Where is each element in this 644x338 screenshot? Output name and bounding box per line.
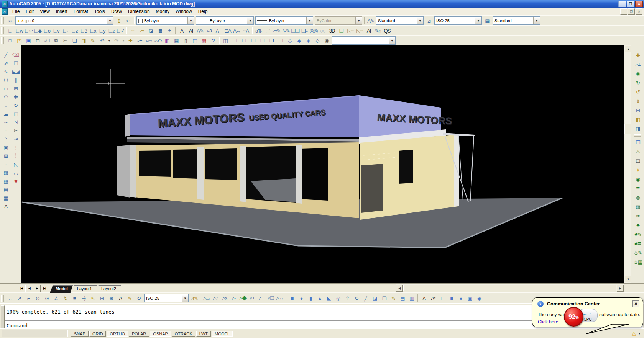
mirror-icon[interactable]: ◣◢: [11, 67, 21, 76]
dim-style-icon[interactable]: ⊿: [424, 16, 434, 25]
linetype-dropdown-arrow[interactable]: ▼: [247, 17, 253, 24]
circle-icon[interactable]: ○: [1, 101, 11, 109]
center-mark-icon[interactable]: ⊕: [107, 294, 116, 302]
open-icon[interactable]: ◰: [15, 36, 24, 45]
zoom-extents-icon[interactable]: ⌕↔: [275, 294, 284, 302]
3d-zoom-icon[interactable]: ⌕±: [632, 60, 643, 69]
minimize-button[interactable]: –: [618, 1, 626, 7]
3d-wireframe-icon[interactable]: A*: [429, 294, 438, 302]
coordinate-display[interactable]: [2, 330, 68, 337]
flat-shaded-icon[interactable]: ■: [447, 294, 456, 302]
section-icon[interactable]: ◪: [370, 294, 380, 302]
color-control-combobox[interactable]: ByLayer ▼: [136, 16, 194, 25]
landscape-new-icon[interactable]: ♣: [632, 220, 643, 230]
ne-isometric-icon[interactable]: ◈: [304, 36, 313, 45]
designcenter-icon[interactable]: ▦: [172, 36, 181, 45]
zoom-previous-icon[interactable]: ⌕↶: [153, 36, 163, 45]
scale-icon[interactable]: ◱: [11, 109, 21, 118]
landscape-edit-icon[interactable]: ♣✎: [632, 230, 643, 239]
toolbar-grip[interactable]: [12, 47, 19, 49]
layer-combobox[interactable]: ●☀▮□ 0 ▼: [15, 16, 113, 25]
horizontal-scrollbar[interactable]: ◀ ▶: [396, 284, 624, 291]
model-toggle[interactable]: MODEL: [212, 331, 233, 337]
erase-icon[interactable]: ⌫: [11, 51, 21, 59]
first-tab-button[interactable]: |◀: [18, 285, 25, 292]
mdi-minimize-button[interactable]: –: [620, 8, 627, 15]
justify-text-icon[interactable]: A↔: [232, 26, 242, 35]
toolbar-grip[interactable]: [1, 27, 4, 34]
apply-ucs-icon[interactable]: ∟✓: [116, 26, 125, 35]
mdi-restore-button[interactable]: ❐: [628, 8, 635, 15]
named-view-dropdown-arrow[interactable]: ▼: [389, 37, 395, 44]
menu-file[interactable]: File: [9, 8, 23, 15]
mdi-close-button[interactable]: ✕: [636, 8, 642, 15]
line-icon[interactable]: ╱: [1, 51, 11, 59]
ortho-toggle[interactable]: ORTHO: [107, 331, 128, 337]
vertical-scroll-thumb[interactable]: [624, 124, 631, 134]
move-icon[interactable]: ✚: [11, 93, 21, 101]
cut-icon[interactable]: ✂: [61, 36, 70, 45]
offset-icon[interactable]: ∥: [11, 76, 21, 84]
3d-continuous-orbit-icon[interactable]: ↻: [632, 78, 643, 87]
quick-leader-icon[interactable]: ↖: [88, 294, 97, 302]
table-style-icon[interactable]: ▦: [483, 16, 492, 25]
zoom-all-icon[interactable]: ⌕▤: [266, 294, 275, 302]
ellipse-arc-icon[interactable]: ◝: [1, 135, 11, 143]
setup-view-icon[interactable]: ▤: [398, 294, 407, 302]
setup-profile-icon[interactable]: ▥: [407, 294, 416, 302]
next-tab-button[interactable]: ▶: [33, 285, 41, 292]
setup-ruler2-icon[interactable]: ◺┅: [355, 26, 364, 35]
construction-line-icon[interactable]: ⇗: [1, 59, 11, 67]
3d-orbit-icon[interactable]: ◉: [632, 69, 643, 78]
table-style-dropdown-arrow[interactable]: ▼: [533, 17, 540, 24]
mapping-icon[interactable]: ◍: [632, 193, 643, 202]
text-style-combobox[interactable]: Standard ▼: [376, 16, 424, 25]
point-icon[interactable]: ∙: [1, 160, 11, 168]
revision-cloud-icon[interactable]: ☁: [1, 109, 11, 118]
color-dropdown-arrow[interactable]: ▼: [187, 17, 194, 24]
edit-text-icon[interactable]: A✎: [196, 26, 205, 35]
make-block-icon[interactable]: ⊞: [1, 152, 11, 160]
3d-adjust-clip-planes-icon[interactable]: ⊟: [632, 106, 643, 115]
tab-layout1[interactable]: Layout1: [71, 285, 97, 293]
polygon-icon[interactable]: ⎔: [1, 76, 11, 84]
prev-tab-button[interactable]: ◀: [25, 285, 33, 292]
tool-palettes-icon[interactable]: ▯: [181, 36, 190, 45]
markup-set-manager-icon[interactable]: ▨: [199, 36, 209, 45]
menu-help[interactable]: Help: [195, 8, 211, 15]
zoom-scale-icon[interactable]: ⌕x: [220, 294, 229, 302]
menu-format[interactable]: Format: [71, 8, 91, 15]
command-window-grip[interactable]: [1, 305, 5, 328]
undo-dropdown[interactable]: ▾: [107, 36, 112, 45]
multiline-edit-icon[interactable]: ◌◌: [318, 26, 327, 35]
origin-ucs-icon[interactable]: ∟·: [61, 26, 70, 35]
paste-icon[interactable]: ◨: [79, 36, 88, 45]
front-view-icon[interactable]: ❒: [267, 36, 276, 45]
draworder-icon[interactable]: a⇅: [254, 26, 263, 35]
quick-select-icon[interactable]: QS: [383, 26, 392, 35]
linetype-control-combobox[interactable]: ByLayer ▼: [196, 16, 254, 25]
tab-layout2[interactable]: Layout2: [95, 285, 121, 293]
three-point-ucs-icon[interactable]: ∟3: [79, 26, 88, 35]
insert-block-icon[interactable]: ▣: [1, 143, 11, 152]
menu-tools[interactable]: Tools: [91, 8, 108, 15]
table-style-combobox[interactable]: Standard ▼: [493, 16, 540, 25]
trim-icon[interactable]: ✂: [11, 126, 21, 135]
table-icon[interactable]: ▦: [1, 194, 11, 202]
area-icon[interactable]: ▱: [137, 26, 146, 35]
named-views-icon[interactable]: ◫: [221, 36, 230, 45]
bottom-view-icon[interactable]: ❒: [239, 36, 248, 45]
dimension-style-icon[interactable]: ⊿✎: [189, 294, 199, 302]
donut-icon[interactable]: ◎◎: [309, 26, 318, 35]
angular-dimension-icon[interactable]: ∠: [51, 294, 61, 302]
sw-isometric-icon[interactable]: ◇: [285, 36, 294, 45]
2d-wireframe-icon[interactable]: A: [419, 294, 429, 302]
materials-icon[interactable]: ◉: [632, 175, 643, 184]
toolbar-grip[interactable]: [634, 134, 641, 137]
3d-box-icon[interactable]: ❒: [337, 26, 346, 35]
model-viewport[interactable]: MAXX MOTORS MAXX MOTORS USED QUALITY CAR…: [21, 45, 624, 283]
find-replace-icon[interactable]: ⌕a: [205, 26, 214, 35]
single-line-text-icon[interactable]: AI: [186, 26, 196, 35]
dim-style-dropdown-arrow[interactable]: ▼: [475, 17, 481, 24]
menu-dimension[interactable]: Dimension: [125, 8, 153, 15]
